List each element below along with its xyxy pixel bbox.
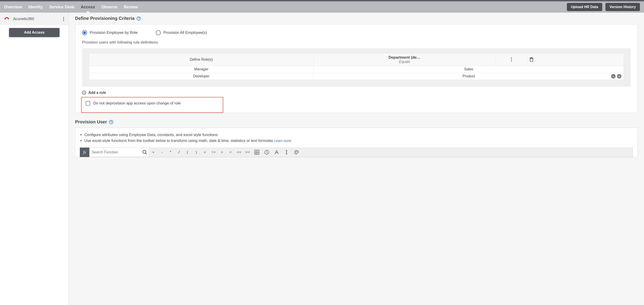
add-rule-button[interactable]: + Add a rule xyxy=(82,91,631,95)
deprovision-checkbox-row[interactable]: Do not deprovision app access upon chang… xyxy=(81,97,223,113)
text-font-icon[interactable] xyxy=(272,150,282,155)
add-rule-label: Add a rule xyxy=(88,91,106,95)
svg-rect-0 xyxy=(530,59,533,61)
provision-instructions: Configure attributes using Employee Data… xyxy=(80,132,633,143)
sidebar-app-menu-icon[interactable] xyxy=(62,16,65,22)
radio-label-by-role: Provision Employee by Role xyxy=(90,31,138,35)
nav-buttons: Upload HR Data Version History xyxy=(567,3,640,11)
rule-table: Define Role(s) Department (de… Equals xyxy=(89,53,624,80)
radio-provision-all[interactable]: Provision All Employee(s) xyxy=(156,30,207,35)
nav-tab-service-desk[interactable]: Service Desk xyxy=(49,1,74,13)
provision-mode-radios: Provision Employee by Role Provision All… xyxy=(82,30,631,35)
content-area: Define Provisioning Criteria ? Provision… xyxy=(69,13,644,305)
trash-icon[interactable] xyxy=(530,57,622,62)
info-icon[interactable] xyxy=(282,150,292,155)
provision-panel: Configure attributes using Employee Data… xyxy=(75,128,638,157)
version-history-button[interactable]: Version History xyxy=(606,3,640,11)
rule-cell-cond[interactable]: Sales xyxy=(314,66,624,73)
op-equals[interactable]: = xyxy=(200,150,209,155)
section-provision-title: Provision User xyxy=(75,119,107,125)
op-not-equals[interactable]: != xyxy=(209,150,218,155)
add-access-button[interactable]: Add Access xyxy=(9,28,60,37)
radio-unchecked-icon xyxy=(156,30,161,35)
nav-tab-review[interactable]: Review xyxy=(124,1,138,13)
sidebar: Acunetix360 Add Access xyxy=(0,13,69,305)
op-lte[interactable]: <= xyxy=(235,150,243,155)
criteria-help-icon[interactable]: ? xyxy=(137,17,141,21)
rule-row[interactable]: Manager Sales xyxy=(89,66,624,73)
svg-rect-2 xyxy=(531,57,532,58)
rule-row[interactable]: Developer Product − + xyxy=(89,73,624,80)
op-plus[interactable]: + xyxy=(149,150,158,155)
provision-bullet-2-text: Use excel-style functions from the toolb… xyxy=(84,139,274,143)
svg-point-24 xyxy=(297,152,298,152)
op-multiply[interactable]: * xyxy=(166,150,175,155)
upload-hr-data-button[interactable]: Upload HR Data xyxy=(567,3,602,11)
rule-col-delete[interactable] xyxy=(528,54,624,66)
sidebar-app-row[interactable]: Acunetix360 xyxy=(0,13,68,25)
main-layout: Acunetix360 Add Access Define Provisioni… xyxy=(0,13,644,305)
nav-tab-observe[interactable]: Observe xyxy=(101,1,118,13)
op-lt[interactable]: < xyxy=(226,150,235,155)
nav-tab-overview[interactable]: Overview xyxy=(4,1,22,13)
svg-line-4 xyxy=(146,153,147,154)
rule-col-condition[interactable]: Department (de… Equals xyxy=(314,54,496,66)
rule-row-actions: − + xyxy=(611,74,622,79)
nav-tab-identity[interactable]: Identity xyxy=(28,1,43,13)
operator-row: + - * / ( ) = != > < <= >= xyxy=(149,148,633,157)
function-search-input[interactable] xyxy=(90,148,141,157)
sidebar-app-name: Acunetix360 xyxy=(13,17,59,21)
op-minus[interactable]: - xyxy=(158,150,166,155)
fx-toolbar: fx + - * / ( ) xyxy=(80,148,633,157)
op-gte[interactable]: >= xyxy=(243,150,252,155)
provision-help-icon[interactable]: ? xyxy=(109,120,113,124)
remove-row-icon[interactable]: − xyxy=(611,74,616,79)
math-group-icon[interactable] xyxy=(252,150,262,155)
svg-point-25 xyxy=(296,153,296,153)
nav-tab-access[interactable]: Access xyxy=(81,1,95,13)
fx-search-wrap xyxy=(89,148,149,157)
section-criteria-title: Define Provisioning Criteria xyxy=(75,16,134,21)
rule-block: Define Role(s) Department (de… Equals xyxy=(82,48,631,87)
section-provision-header: Provision User ? xyxy=(75,119,638,125)
rule-cell-cond-text: Product xyxy=(462,74,475,78)
nav-tabs: Overview Identity Service Desk Access Ob… xyxy=(4,1,138,13)
provision-bullet-1: Configure attributes using Employee Data… xyxy=(84,132,633,138)
svg-point-23 xyxy=(296,151,297,151)
svg-rect-1 xyxy=(530,58,533,59)
radio-checked-icon xyxy=(82,30,87,35)
deprovision-checkbox-label: Do not deprovision app access upon chang… xyxy=(93,101,180,106)
op-paren-open[interactable]: ( xyxy=(183,150,192,155)
svg-point-3 xyxy=(143,150,146,153)
column-menu-icon[interactable] xyxy=(498,57,526,63)
section-criteria-header: Define Provisioning Criteria ? xyxy=(75,16,638,21)
svg-line-17 xyxy=(267,152,268,153)
palette-icon[interactable] xyxy=(292,150,302,155)
criteria-panel: Provision Employee by Role Provision All… xyxy=(75,24,638,113)
provision-bullet-2: Use excel-style functions from the toolb… xyxy=(84,138,633,144)
learn-more-link[interactable]: Learn more xyxy=(274,139,291,143)
rule-col-condition-op: Equals xyxy=(316,60,493,64)
main-nav: Overview Identity Service Desk Access Ob… xyxy=(0,1,644,13)
op-gt[interactable]: > xyxy=(218,150,226,155)
rule-col-menu[interactable] xyxy=(496,54,528,66)
acunetix-logo-icon xyxy=(4,16,10,22)
clock-icon[interactable] xyxy=(262,150,272,155)
rule-cell-role[interactable]: Manager xyxy=(89,66,314,73)
svg-point-22 xyxy=(296,151,296,152)
op-divide[interactable]: / xyxy=(175,150,183,155)
radio-provision-by-role[interactable]: Provision Employee by Role xyxy=(82,30,138,35)
rule-cell-role[interactable]: Developer xyxy=(89,73,314,80)
rule-cell-cond[interactable]: Product − + xyxy=(314,73,624,80)
rule-caption: Provision users with following rule defi… xyxy=(82,40,631,45)
fx-icon: fx xyxy=(80,148,89,157)
op-paren-close[interactable]: ) xyxy=(192,150,200,155)
svg-point-18 xyxy=(286,150,287,151)
plus-circle-icon: + xyxy=(82,91,86,95)
add-row-icon[interactable]: + xyxy=(617,74,622,79)
rule-col-condition-field: Department (de… xyxy=(316,55,493,60)
checkbox-unchecked-icon[interactable] xyxy=(86,101,90,106)
rule-col-role: Define Role(s) xyxy=(89,54,314,66)
search-icon[interactable] xyxy=(141,150,149,155)
radio-label-all: Provision All Employee(s) xyxy=(164,31,207,35)
